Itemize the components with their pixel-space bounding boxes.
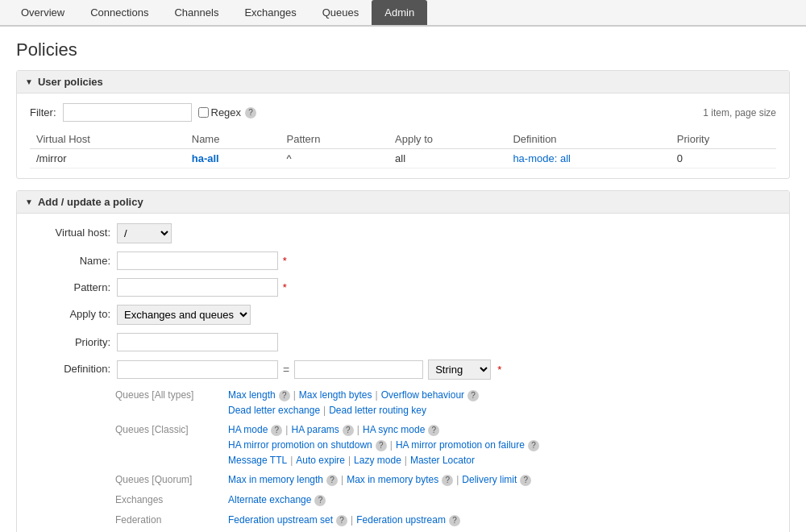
- ql-delivery-limit-help[interactable]: ?: [520, 475, 531, 486]
- definition-inputs: = String Number Boolean List *: [117, 360, 501, 380]
- col-pattern: Pattern: [280, 130, 389, 149]
- pattern-input[interactable]: [117, 278, 278, 297]
- cell-virtual-host: /mirror: [30, 149, 185, 168]
- ql-federation-upstream-set-help[interactable]: ?: [336, 515, 347, 526]
- pattern-label: Pattern:: [30, 278, 110, 293]
- ql-alternate-exchange-help[interactable]: ?: [314, 495, 326, 506]
- filter-label: Filter:: [30, 106, 56, 118]
- ql-ha-mirror-shutdown-help[interactable]: ?: [376, 440, 387, 451]
- regex-label-group: Regex ?: [198, 106, 257, 118]
- ql-queues-classic-links2: HA mirror promotion on shutdown ? | HA m…: [228, 439, 539, 451]
- ql-federation-upstream-help[interactable]: ?: [449, 515, 460, 526]
- ql-exchanges-row: Exchanges Alternate exchange ?: [115, 493, 776, 506]
- add-policy-header[interactable]: ▼ Add / update a policy: [17, 191, 789, 214]
- ql-ha-mirror-failure[interactable]: HA mirror promotion on failure: [396, 439, 525, 451]
- user-policies-label: User policies: [38, 76, 103, 88]
- ql-max-in-memory-bytes-help[interactable]: ?: [442, 475, 453, 486]
- priority-label: Priority:: [30, 333, 110, 348]
- ql-delivery-limit[interactable]: Delivery limit: [462, 474, 517, 485]
- regex-help-icon[interactable]: ?: [245, 107, 256, 118]
- add-policy-arrow: ▼: [25, 197, 33, 206]
- page-title: Policies: [16, 39, 790, 60]
- definition-required: *: [497, 364, 501, 376]
- page-info: 1 item, page size: [703, 107, 776, 118]
- ql-ha-params-help[interactable]: ?: [343, 425, 354, 436]
- col-definition: Definition: [506, 130, 670, 149]
- ql-federation-upstream-set[interactable]: Federation upstream set: [228, 514, 333, 526]
- ql-max-in-memory-length-help[interactable]: ?: [326, 475, 338, 486]
- ql-max-in-memory-bytes[interactable]: Max in memory bytes: [347, 474, 438, 485]
- ql-dead-letter-exchange[interactable]: Dead letter exchange: [228, 405, 320, 416]
- ql-ha-params[interactable]: HA params: [291, 424, 339, 435]
- ql-dead-letter-routing-key[interactable]: Dead letter routing key: [329, 405, 426, 416]
- add-policy-body: Virtual host: / /mirror Name: * Patte: [17, 214, 789, 532]
- cell-pattern: ^: [280, 149, 389, 168]
- ql-exchanges-links: Alternate exchange ?: [228, 494, 326, 506]
- ql-max-length[interactable]: Max length: [228, 389, 276, 401]
- ql-ha-mode[interactable]: HA mode: [228, 424, 268, 435]
- name-required: *: [283, 255, 287, 267]
- nav-queues[interactable]: Queues: [310, 0, 372, 25]
- virtual-host-select[interactable]: / /mirror: [117, 223, 172, 243]
- ql-overflow-behaviour[interactable]: Overflow behaviour: [381, 389, 464, 401]
- name-control: *: [117, 251, 287, 270]
- ql-exchanges-label: Exchanges: [115, 493, 228, 505]
- ql-message-ttl[interactable]: Message TTL: [228, 455, 287, 466]
- ql-federation-upstream[interactable]: Federation upstream: [356, 514, 446, 526]
- name-row: Name: *: [30, 251, 776, 270]
- col-apply-to: Apply to: [388, 130, 506, 149]
- ql-alternate-exchange[interactable]: Alternate exchange: [228, 494, 311, 505]
- ql-overflow-help[interactable]: ?: [467, 390, 479, 401]
- user-policies-header[interactable]: ▼ User policies: [17, 71, 789, 94]
- ql-federation-row: Federation Federation upstream set ? | F…: [115, 513, 776, 526]
- user-policies-section: ▼ User policies Filter: Regex ? 1 item, …: [16, 70, 790, 179]
- pattern-required: *: [283, 281, 287, 293]
- ql-queues-classic-links3: Message TTL | Auto expire | Lazy mode | …: [228, 455, 475, 466]
- regex-text: Regex: [211, 106, 242, 118]
- ql-ha-mode-help[interactable]: ?: [271, 425, 282, 436]
- ql-queues-all-row2: Dead letter exchange | Dead letter routi…: [115, 405, 776, 416]
- ql-lazy-mode[interactable]: Lazy mode: [354, 455, 401, 466]
- nav-channels[interactable]: Channels: [161, 0, 231, 25]
- priority-row: Priority:: [30, 333, 776, 351]
- ql-ha-mirror-failure-help[interactable]: ?: [528, 440, 539, 451]
- ql-queues-classic-label: Queues [Classic]: [115, 422, 228, 435]
- ql-max-length-help[interactable]: ?: [279, 390, 290, 401]
- priority-input[interactable]: [117, 333, 278, 351]
- name-label: Name:: [30, 251, 110, 267]
- regex-checkbox[interactable]: [198, 107, 209, 118]
- ql-ha-sync-mode-help[interactable]: ?: [428, 425, 439, 436]
- ql-max-length-bytes[interactable]: Max length bytes: [299, 389, 372, 401]
- ql-queues-classic-row2: HA mirror promotion on shutdown ? | HA m…: [115, 439, 776, 451]
- virtual-host-control: / /mirror: [117, 223, 172, 243]
- ql-auto-expire[interactable]: Auto expire: [296, 455, 345, 466]
- ql-max-in-memory-length[interactable]: Max in memory length: [228, 474, 323, 485]
- nav-admin[interactable]: Admin: [372, 0, 427, 25]
- page-content: Policies ▼ User policies Filter: Regex ?…: [0, 27, 806, 532]
- policies-table: Virtual Host Name Pattern Apply to Defin…: [30, 130, 776, 168]
- ql-ha-sync-mode[interactable]: HA sync mode: [363, 424, 425, 435]
- definition-key-input[interactable]: [117, 360, 278, 379]
- nav-overview[interactable]: Overview: [8, 0, 77, 25]
- ql-queues-all-label2: [115, 412, 228, 414]
- definition-value-input[interactable]: [294, 360, 423, 379]
- col-name: Name: [185, 130, 280, 149]
- ql-master-locator[interactable]: Master Locator: [410, 455, 475, 466]
- ql-queues-classic-label2: [115, 447, 228, 448]
- nav-exchanges[interactable]: Exchanges: [231, 0, 309, 25]
- cell-definition: ha-mode: all: [506, 149, 670, 168]
- name-input[interactable]: [117, 251, 278, 270]
- filter-row: Filter: Regex ? 1 item, page size: [30, 103, 776, 122]
- apply-to-row: Apply to: Exchanges and queues Exchanges…: [30, 305, 776, 325]
- collapse-arrow: ▼: [25, 77, 33, 86]
- definition-control: = String Number Boolean List *: [117, 360, 501, 380]
- apply-to-select[interactable]: Exchanges and queues Exchanges Queues: [117, 305, 251, 325]
- ql-queues-all-links1: Max length ? | Max length bytes | Overfl…: [228, 389, 479, 401]
- nav-connections[interactable]: Connections: [77, 0, 161, 25]
- priority-control: [117, 333, 278, 351]
- equals-sign: =: [283, 364, 289, 376]
- filter-input[interactable]: [63, 103, 192, 122]
- ql-ha-mirror-shutdown[interactable]: HA mirror promotion on shutdown: [228, 439, 372, 451]
- ql-federation-links: Federation upstream set ? | Federation u…: [228, 514, 460, 526]
- definition-type-select[interactable]: String Number Boolean List: [428, 360, 491, 380]
